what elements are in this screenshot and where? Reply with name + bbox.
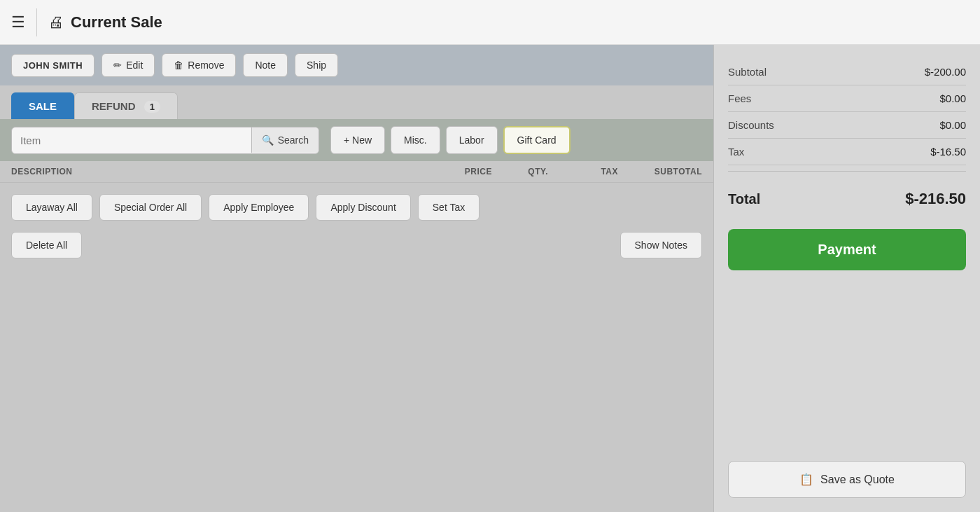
item-input-wrapper: 🔍 Search — [11, 127, 319, 154]
page-title: Current Sale — [71, 13, 162, 32]
tabs-bar: SALE REFUND 1 — [0, 85, 713, 119]
refund-badge: 1 — [144, 101, 160, 113]
delete-all-button[interactable]: Delete All — [11, 232, 82, 258]
payment-button[interactable]: Payment — [728, 229, 966, 270]
labor-button[interactable]: Labor — [446, 126, 498, 154]
tab-refund[interactable]: REFUND 1 — [74, 92, 178, 119]
misc-button[interactable]: Misc. — [391, 126, 440, 154]
set-tax-button[interactable]: Set Tax — [418, 194, 479, 221]
save-quote-icon: 📋 — [799, 473, 813, 486]
subtotal-value: $-200.00 — [925, 66, 966, 78]
subtotal-row: Subtotal $-200.00 — [728, 59, 966, 85]
gift-card-button[interactable]: Gift Card — [503, 126, 570, 154]
col-tax: TAX — [548, 167, 618, 177]
hamburger-icon[interactable]: ☰ — [11, 13, 25, 32]
col-price: PRICE — [436, 167, 492, 177]
remove-button[interactable]: 🗑 Remove — [162, 53, 236, 77]
right-panel-spacer — [728, 270, 966, 450]
search-button[interactable]: 🔍 Search — [251, 127, 318, 153]
apply-employee-button[interactable]: Apply Employee — [209, 194, 309, 221]
new-button[interactable]: + New — [330, 126, 385, 154]
fees-label: Fees — [728, 92, 751, 104]
col-qty: QTY. — [492, 167, 548, 177]
save-as-quote-button[interactable]: 📋 Save as Quote — [728, 461, 966, 498]
summary-divider — [728, 171, 966, 172]
fees-value: $0.00 — [939, 92, 966, 104]
save-quote-label: Save as Quote — [820, 473, 895, 486]
search-icon: 🔍 — [262, 134, 274, 146]
header-divider — [36, 8, 37, 36]
total-label: Total — [728, 191, 760, 207]
tax-row: Tax $-16.50 — [728, 139, 966, 165]
register-icon: 🖨 — [48, 13, 64, 32]
show-notes-button[interactable]: Show Notes — [620, 232, 702, 258]
tax-value: $-16.50 — [930, 146, 966, 158]
main-layout: JOHN SMITH ✏ Edit 🗑 Remove Note Ship SAL… — [0, 45, 980, 512]
app-header: ☰ 🖨 Current Sale — [0, 0, 980, 45]
col-subtotal: SUBTOTAL — [618, 167, 702, 177]
col-description: DESCRIPTION — [11, 167, 436, 177]
discounts-label: Discounts — [728, 119, 774, 131]
edit-label: Edit — [126, 60, 143, 71]
table-header: DESCRIPTION PRICE QTY. TAX SUBTOTAL — [0, 161, 713, 183]
bottom-row: Delete All Show Notes — [0, 232, 713, 270]
customer-bar: JOHN SMITH ✏ Edit 🗑 Remove Note Ship — [0, 45, 713, 85]
ship-button[interactable]: Ship — [295, 53, 338, 77]
special-order-all-button[interactable]: Special Order All — [99, 194, 202, 221]
right-panel: Subtotal $-200.00 Fees $0.00 Discounts $… — [714, 45, 980, 512]
search-bar: 🔍 Search + New Misc. Labor Gift Card — [0, 119, 713, 161]
layaway-all-button[interactable]: Layaway All — [11, 194, 92, 221]
item-action-buttons: + New Misc. Labor Gift Card — [330, 126, 570, 154]
search-label: Search — [278, 134, 309, 146]
remove-label: Remove — [188, 60, 224, 71]
item-input[interactable] — [12, 127, 251, 153]
customer-name-button[interactable]: JOHN SMITH — [11, 54, 94, 77]
apply-discount-button[interactable]: Apply Discount — [316, 194, 410, 221]
subtotal-label: Subtotal — [728, 66, 766, 78]
total-row: Total $-216.50 — [728, 180, 966, 218]
total-value: $-216.50 — [905, 190, 966, 208]
note-button[interactable]: Note — [243, 53, 288, 77]
edit-icon: ✏ — [113, 60, 122, 71]
discounts-row: Discounts $0.00 — [728, 112, 966, 139]
discounts-value: $0.00 — [939, 119, 966, 131]
tab-sale[interactable]: SALE — [11, 92, 74, 119]
action-row: Layaway All Special Order All Apply Empl… — [0, 183, 713, 232]
fees-row: Fees $0.00 — [728, 85, 966, 112]
remove-icon: 🗑 — [174, 60, 183, 71]
tax-label: Tax — [728, 146, 744, 158]
left-panel: JOHN SMITH ✏ Edit 🗑 Remove Note Ship SAL… — [0, 45, 714, 512]
edit-button[interactable]: ✏ Edit — [102, 53, 155, 77]
